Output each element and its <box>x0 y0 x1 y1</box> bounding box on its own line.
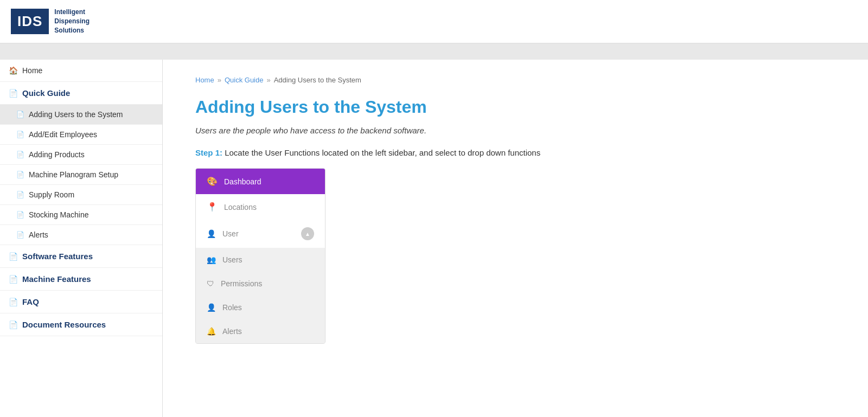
page-title: Adding Users to the System <box>195 97 835 117</box>
sidebar-item-adding-products[interactable]: 📄 Adding Products <box>0 145 162 165</box>
permissions-icon: 🛡 <box>207 279 214 288</box>
sidebar-sub-label: Adding Products <box>29 150 85 159</box>
logo-subtitle: IntelligentDispensingSolutions <box>54 8 90 35</box>
sidebar-item-software-features[interactable]: 📄 Software Features <box>0 245 162 268</box>
machine-icon: 📄 <box>9 275 18 284</box>
sidebar-section-label: Machine Features <box>22 274 91 284</box>
mock-user-item: 👤 User ▲ <box>196 220 325 248</box>
step1-paragraph: Step 1: Locate the User Functions locate… <box>195 148 835 157</box>
sidebar-item-home[interactable]: 🏠 Home <box>0 60 162 82</box>
sidebar-section-label: FAQ <box>22 297 39 306</box>
sidebar-section-label: Software Features <box>22 252 93 261</box>
page-icon: 📄 <box>16 211 24 219</box>
book-icon: 📄 <box>9 89 18 98</box>
sidebar-item-stocking-machine[interactable]: 📄 Stocking Machine <box>0 205 162 225</box>
alerts-icon: 🔔 <box>207 327 216 336</box>
sidebar-item-document-resources[interactable]: 📄 Document Resources <box>0 313 162 336</box>
user-row-left: 👤 User <box>207 229 239 238</box>
users-icon: 👥 <box>207 255 216 264</box>
user-icon: 👤 <box>207 229 216 238</box>
mock-dashboard-label: Dashboard <box>224 177 261 186</box>
sidebar-section-label: Quick Guide <box>22 88 70 98</box>
page-icon: 📄 <box>16 111 24 118</box>
sidebar-item-adding-users[interactable]: 📄 Adding Users to the System <box>0 105 162 125</box>
sidebar-item-alerts[interactable]: 📄 Alerts <box>0 225 162 245</box>
sidebar-sub-label: Stocking Machine <box>29 210 89 219</box>
mock-ui-illustration: 🎨 Dashboard 📍 Locations 👤 User ▲ 👥 Users <box>195 168 326 344</box>
step1-label: Step 1: <box>195 148 222 157</box>
page-icon: 📄 <box>16 131 24 138</box>
location-icon: 📍 <box>207 202 218 212</box>
sidebar-sub-label: Machine Planogram Setup <box>29 170 118 179</box>
mock-roles-item: 👤 Roles <box>196 296 325 319</box>
mock-dashboard-item: 🎨 Dashboard <box>196 169 325 194</box>
sidebar-sub-label: Alerts <box>29 230 48 239</box>
header: IDS IntelligentDispensingSolutions <box>0 0 868 43</box>
page-icon: 📄 <box>16 191 24 198</box>
page-icon: 📄 <box>16 171 24 178</box>
mock-user-label: User <box>222 229 239 238</box>
mock-users-label: Users <box>222 255 242 264</box>
mock-permissions-label: Permissions <box>221 279 262 288</box>
roles-icon: 👤 <box>207 303 216 312</box>
step1-text: Locate the User Functions located on the… <box>225 148 540 157</box>
sidebar-item-machine-features[interactable]: 📄 Machine Features <box>0 268 162 291</box>
mock-permissions-item: 🛡 Permissions <box>196 272 325 296</box>
sidebar-item-add-edit-employees[interactable]: 📄 Add/Edit Employees <box>0 125 162 145</box>
page-icon: 📄 <box>16 231 24 239</box>
sidebar-item-faq[interactable]: 📄 FAQ <box>0 291 162 313</box>
sidebar: 🏠 Home 📄 Quick Guide 📄 Adding Users to t… <box>0 60 163 417</box>
mock-alerts-item: 🔔 Alerts <box>196 319 325 343</box>
home-icon: 🏠 <box>9 66 18 75</box>
page-icon: 📄 <box>16 151 24 158</box>
breadcrumb: Home » Quick Guide » Adding Users to the… <box>195 76 835 84</box>
mock-locations-item: 📍 Locations <box>196 194 325 220</box>
breadcrumb-sep1: » <box>218 76 221 84</box>
layout: 🏠 Home 📄 Quick Guide 📄 Adding Users to t… <box>0 60 868 417</box>
page-subtitle: Users are the people who have access to … <box>195 126 835 135</box>
sidebar-item-machine-planogram[interactable]: 📄 Machine Planogram Setup <box>0 165 162 185</box>
sidebar-section-label: Document Resources <box>22 320 106 329</box>
main-content: Home » Quick Guide » Adding Users to the… <box>163 60 868 417</box>
doc-icon: 📄 <box>9 320 18 329</box>
breadcrumb-home[interactable]: Home <box>195 76 214 84</box>
breadcrumb-sep2: » <box>266 76 270 84</box>
sidebar-item-quick-guide[interactable]: 📄 Quick Guide <box>0 82 162 105</box>
mock-roles-label: Roles <box>222 303 242 312</box>
sidebar-sub-label: Add/Edit Employees <box>29 130 97 139</box>
sidebar-sub-label: Adding Users to the System <box>29 110 123 119</box>
sidebar-sub-label: Supply Room <box>29 190 74 199</box>
breadcrumb-current: Adding Users to the System <box>274 76 361 84</box>
mock-users-item: 👥 Users <box>196 248 325 272</box>
breadcrumb-quick-guide[interactable]: Quick Guide <box>225 76 264 84</box>
sub-header <box>0 43 868 60</box>
sidebar-item-label: Home <box>22 66 42 75</box>
sidebar-item-supply-room[interactable]: 📄 Supply Room <box>0 185 162 205</box>
dashboard-icon: 🎨 <box>207 176 218 187</box>
mock-alerts-label: Alerts <box>222 327 242 336</box>
chevron-up-icon: ▲ <box>301 227 314 240</box>
mock-locations-label: Locations <box>224 203 257 211</box>
logo: IDS IntelligentDispensingSolutions <box>11 8 90 35</box>
grid-icon: 📄 <box>9 252 18 261</box>
faq-icon: 📄 <box>9 298 18 306</box>
logo-ids: IDS <box>11 9 49 34</box>
